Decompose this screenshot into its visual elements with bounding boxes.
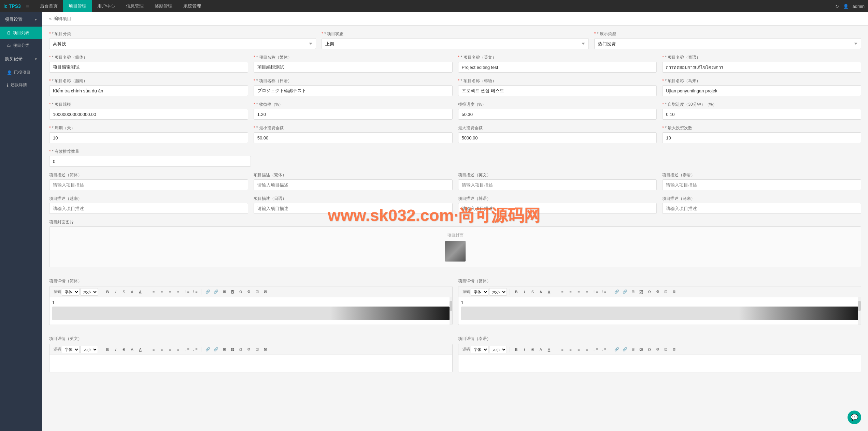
toolbar-thai-font-color-btn[interactable]: A xyxy=(537,346,545,353)
toolbar-en-size-select[interactable]: 大小 xyxy=(80,346,98,353)
rich-text-jt-scrollbar[interactable] xyxy=(450,297,452,325)
input-name-viet[interactable] xyxy=(49,85,248,96)
nav-item-rewards[interactable]: 奖励管理 xyxy=(149,0,178,12)
toolbar-ft-list-ol-btn[interactable]: ⋮≡ xyxy=(592,288,599,296)
toolbar-thai-italic-btn[interactable]: I xyxy=(521,346,528,353)
input-desc-ft[interactable] xyxy=(254,179,453,190)
toolbar-ft-font-select[interactable]: 字体 xyxy=(471,288,488,296)
rich-text-ft-body[interactable]: 1 xyxy=(458,297,861,325)
sidebar-group-purchase-header[interactable]: 购买记录 ▼ xyxy=(0,52,42,66)
input-modal-progress[interactable] xyxy=(458,109,657,120)
toolbar-ft-align-justify-btn[interactable]: ≡ xyxy=(583,288,591,296)
toolbar-thai-align-justify-btn[interactable]: ≡ xyxy=(583,346,591,353)
nav-item-users[interactable]: 用户中心 xyxy=(92,0,120,12)
toolbar-ft-align-left-btn[interactable]: ≡ xyxy=(559,288,566,296)
image-upload-area[interactable]: 项目封面 xyxy=(49,226,861,267)
input-desc-viet[interactable] xyxy=(49,203,248,214)
nav-item-projects[interactable]: 项目管理 xyxy=(63,0,92,12)
input-yield[interactable] xyxy=(254,109,453,120)
hamburger-icon[interactable]: ≡ xyxy=(26,3,29,9)
toolbar-thai-preview-btn[interactable]: ⊡ xyxy=(662,346,670,353)
input-auto-increase[interactable] xyxy=(662,109,861,120)
toolbar-en-list-ul-btn[interactable]: ⋮≡ xyxy=(191,346,198,353)
toolbar-thai-unlink-btn[interactable]: 🔗 xyxy=(621,346,629,353)
nav-item-home[interactable]: 后台首页 xyxy=(34,0,63,12)
nav-item-system[interactable]: 系统管理 xyxy=(178,0,207,12)
toolbar-thai-bg-color-btn[interactable]: A xyxy=(545,346,553,353)
toolbar-en-settings-btn[interactable]: ⚙ xyxy=(245,346,253,353)
input-desc-malay[interactable] xyxy=(662,203,861,214)
toolbar-font-color-btn[interactable]: A xyxy=(128,288,136,296)
toolbar-ft-unlink-btn[interactable]: 🔗 xyxy=(621,288,629,296)
input-name-jt[interactable] xyxy=(49,62,248,73)
input-desc-jp[interactable] xyxy=(254,203,453,214)
select-display-type[interactable]: 热门投资 xyxy=(594,38,861,49)
toolbar-en-bg-color-btn[interactable]: A xyxy=(137,346,144,353)
toolbar-list-ol-btn[interactable]: ⋮≡ xyxy=(183,288,190,296)
toolbar-align-justify-btn[interactable]: ≡ xyxy=(174,288,182,296)
rich-text-jt-body[interactable]: 1 xyxy=(49,297,452,325)
toolbar-thai-symbol-btn[interactable]: Ω xyxy=(646,346,653,353)
rich-text-en-body[interactable] xyxy=(49,355,452,372)
input-max-invest[interactable] xyxy=(458,132,657,143)
toolbar-ft-list-ul-btn[interactable]: ⋮≡ xyxy=(600,288,607,296)
sidebar-item-project-category[interactable]: 🗂 项目分类 xyxy=(0,39,42,52)
select-status[interactable]: 上架 xyxy=(322,38,588,49)
toolbar-en-preview-btn[interactable]: ⊡ xyxy=(253,346,261,353)
toolbar-en-image-btn[interactable]: 🖼 xyxy=(229,346,236,353)
toolbar-en-unlink-btn[interactable]: 🔗 xyxy=(212,346,220,353)
toolbar-thai-list-ul-btn[interactable]: ⋮≡ xyxy=(600,346,607,353)
toolbar-en-link-btn[interactable]: 🔗 xyxy=(204,346,212,353)
toolbar-en-font-select[interactable]: 字体 xyxy=(62,346,80,353)
toolbar-en-align-center-btn[interactable]: ≡ xyxy=(158,346,166,353)
sidebar-group-settings[interactable]: 项目设置 ▼ xyxy=(0,12,42,27)
input-name-korean[interactable] xyxy=(458,85,657,96)
chat-badge[interactable]: 💬 xyxy=(848,411,861,424)
toolbar-ft-image-btn[interactable]: 🖼 xyxy=(638,288,645,296)
nav-item-info[interactable]: 信息管理 xyxy=(120,0,149,12)
input-name-thai[interactable] xyxy=(662,62,861,73)
rich-text-ft-scrollbar[interactable] xyxy=(858,297,861,325)
toolbar-thai-align-left-btn[interactable]: ≡ xyxy=(559,346,566,353)
toolbar-image-btn[interactable]: 🖼 xyxy=(229,288,236,296)
input-min-invest[interactable] xyxy=(254,132,453,143)
toolbar-preview-btn[interactable]: ⊡ xyxy=(253,288,261,296)
toolbar-ft-size-select[interactable]: 大小 xyxy=(489,288,507,296)
toolbar-ft-preview-btn[interactable]: ⊡ xyxy=(662,288,670,296)
input-period[interactable] xyxy=(49,132,248,143)
toolbar-en-strike-btn[interactable]: S xyxy=(120,346,128,353)
toolbar-en-align-right-btn[interactable]: ≡ xyxy=(166,346,174,353)
toolbar-settings-btn[interactable]: ⚙ xyxy=(245,288,253,296)
toolbar-thai-settings-btn[interactable]: ⚙ xyxy=(654,346,661,353)
sidebar-group-settings-header[interactable]: 项目设置 ▼ xyxy=(0,12,42,27)
toolbar-en-italic-btn[interactable]: I xyxy=(112,346,119,353)
toolbar-thai-strike-btn[interactable]: S xyxy=(529,346,537,353)
select-category[interactable]: 高科技 xyxy=(49,38,316,49)
sidebar-item-invested[interactable]: 👤 已投项目 xyxy=(0,66,42,79)
rich-text-thai-body[interactable] xyxy=(458,355,861,372)
toolbar-thai-bold-btn[interactable]: B xyxy=(513,346,520,353)
toolbar-list-ul-btn[interactable]: ⋮≡ xyxy=(191,288,198,296)
toolbar-ft-bold-btn[interactable]: B xyxy=(513,288,520,296)
input-desc-en[interactable] xyxy=(458,179,657,190)
input-desc-korean[interactable] xyxy=(458,203,657,214)
toolbar-ft-settings-btn[interactable]: ⚙ xyxy=(654,288,661,296)
toolbar-size-select[interactable]: 大小 xyxy=(80,288,98,296)
toolbar-strike-btn[interactable]: S xyxy=(120,288,128,296)
toolbar-ft-bg-color-btn[interactable]: A xyxy=(545,288,553,296)
toolbar-en-source-btn[interactable]: 源码 xyxy=(54,346,61,353)
toolbar-bg-color-btn[interactable]: A xyxy=(137,288,144,296)
refresh-icon[interactable]: ↻ xyxy=(835,4,839,9)
toolbar-en-align-justify-btn[interactable]: ≡ xyxy=(174,346,182,353)
toolbar-align-center-btn[interactable]: ≡ xyxy=(158,288,166,296)
toolbar-thai-source-btn[interactable]: 源码 xyxy=(463,346,470,353)
toolbar-ft-font-color-btn[interactable]: A xyxy=(537,288,545,296)
toolbar-thai-align-center-btn[interactable]: ≡ xyxy=(567,346,574,353)
toolbar-thai-list-ol-btn[interactable]: ⋮≡ xyxy=(592,346,599,353)
toolbar-align-left-btn[interactable]: ≡ xyxy=(150,288,157,296)
toolbar-thai-align-right-btn[interactable]: ≡ xyxy=(575,346,583,353)
toolbar-en-fullscreen-btn[interactable]: ⊠ xyxy=(261,346,269,353)
input-name-ft[interactable] xyxy=(254,62,453,73)
input-scale[interactable] xyxy=(49,109,248,120)
toolbar-ft-italic-btn[interactable]: I xyxy=(521,288,528,296)
